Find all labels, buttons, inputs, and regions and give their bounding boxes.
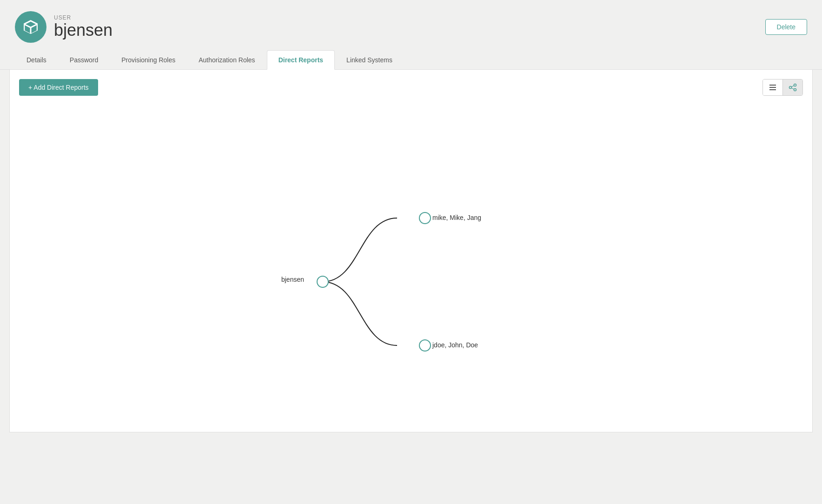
username-display: bjensen <box>54 21 113 40</box>
user-info-block: USER bjensen <box>54 14 113 40</box>
main-content-panel: + Add Direct Reports <box>9 70 813 432</box>
tab-authorization-roles[interactable]: Authorization Roles <box>187 50 266 70</box>
list-view-button[interactable] <box>763 80 783 95</box>
svg-line-6 <box>791 86 794 87</box>
tab-provisioning-roles[interactable]: Provisioning Roles <box>110 50 187 70</box>
svg-point-3 <box>789 86 792 89</box>
graph-view-button[interactable] <box>783 80 802 95</box>
node-mike[interactable] <box>419 212 431 224</box>
svg-rect-1 <box>769 87 776 88</box>
svg-point-5 <box>794 89 796 91</box>
tabs-navigation: Details Password Provisioning Roles Auth… <box>0 50 822 70</box>
content-toolbar: + Add Direct Reports <box>19 79 803 96</box>
tab-password[interactable]: Password <box>58 50 110 70</box>
edge-bjensen-jdoe <box>323 282 397 345</box>
add-direct-reports-button[interactable]: + Add Direct Reports <box>19 79 98 96</box>
user-type-label: USER <box>54 14 113 21</box>
svg-rect-2 <box>769 89 776 90</box>
view-toggle-group <box>762 79 803 96</box>
user-avatar <box>15 11 46 43</box>
tab-details[interactable]: Details <box>15 50 58 70</box>
delete-button[interactable]: Delete <box>765 19 807 35</box>
svg-rect-0 <box>769 85 776 86</box>
tab-linked-systems[interactable]: Linked Systems <box>335 50 404 70</box>
cube-icon <box>22 19 39 35</box>
list-icon <box>769 83 777 92</box>
node-bjensen-label: bjensen <box>281 276 304 283</box>
svg-line-7 <box>791 88 794 89</box>
org-chart-svg: bjensen mike, Mike, Jang jdoe, John, Doe <box>19 103 803 419</box>
node-bjensen[interactable] <box>317 276 328 287</box>
org-chart-area: bjensen mike, Mike, Jang jdoe, John, Doe <box>19 103 803 419</box>
tab-direct-reports[interactable]: Direct Reports <box>267 50 335 70</box>
edge-bjensen-mike <box>323 218 397 282</box>
node-mike-label: mike, Mike, Jang <box>432 214 481 221</box>
svg-point-4 <box>794 84 796 86</box>
user-identity: USER bjensen <box>15 11 113 43</box>
graph-icon <box>789 83 797 92</box>
node-jdoe[interactable] <box>419 340 431 351</box>
page-header: USER bjensen Delete <box>0 0 822 50</box>
node-jdoe-label: jdoe, John, Doe <box>432 341 478 349</box>
